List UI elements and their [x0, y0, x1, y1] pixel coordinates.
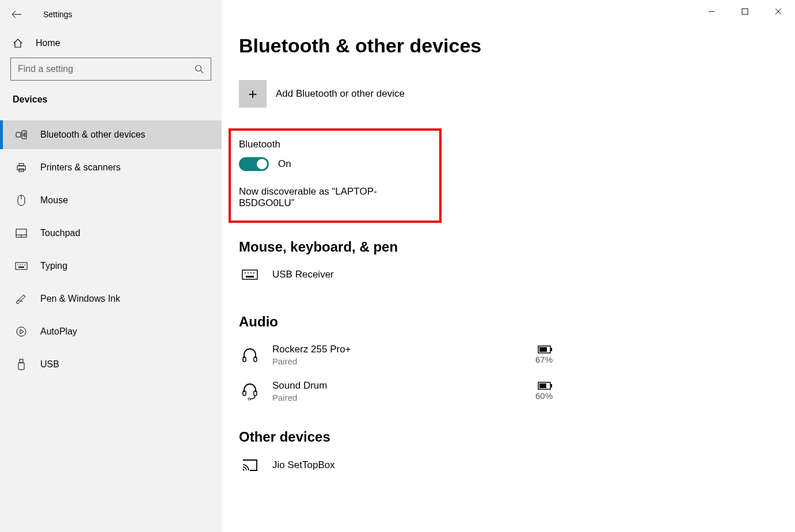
svg-rect-36	[539, 383, 546, 388]
bluetooth-label: Bluetooth	[239, 139, 431, 150]
home-nav[interactable]: Home	[0, 31, 222, 58]
sidebar-item-typing[interactable]: Typing	[0, 252, 222, 280]
device-name: Jio SetTopBox	[272, 459, 553, 471]
back-arrow-icon	[12, 10, 22, 18]
svg-point-23	[250, 272, 252, 273]
battery-indicator: 67%	[535, 345, 553, 364]
device-row[interactable]: USB Receiver	[239, 265, 553, 291]
svg-rect-4	[19, 164, 24, 166]
sidebar-item-label: USB	[40, 359, 59, 370]
maximize-button[interactable]	[728, 0, 762, 23]
svg-point-0	[196, 66, 201, 71]
svg-rect-16	[18, 267, 24, 268]
svg-rect-19	[18, 363, 24, 370]
bluetooth-devices-icon	[15, 130, 28, 140]
svg-point-13	[20, 264, 21, 265]
add-device-button[interactable]: + Add Bluetooth or other device	[239, 80, 772, 108]
cast-icon	[240, 459, 260, 472]
svg-point-21	[245, 272, 246, 273]
svg-point-33	[248, 398, 250, 400]
battery-percent: 60%	[535, 391, 553, 401]
category-other-title: Other devices	[239, 429, 772, 445]
battery-indicator: 60%	[535, 382, 553, 401]
usb-icon	[15, 359, 28, 370]
page-title: Bluetooth & other devices	[239, 35, 772, 57]
back-button[interactable]	[10, 8, 23, 21]
touchpad-icon	[15, 229, 28, 238]
svg-rect-20	[242, 270, 257, 279]
sidebar-item-label: Mouse	[40, 195, 68, 206]
device-name: Rockerz 255 Pro+	[272, 344, 535, 355]
plus-icon: +	[239, 80, 267, 108]
home-label: Home	[36, 38, 60, 48]
window-controls	[695, 0, 795, 23]
discoverable-text: Now discoverable as “LAPTOP-B5DGO0LU”	[239, 186, 431, 209]
device-name: Sound Drum	[272, 380, 535, 392]
headphones-icon	[240, 348, 260, 363]
sidebar-item-usb[interactable]: USB	[0, 350, 222, 379]
sidebar-item-autoplay[interactable]: AutoPlay	[0, 317, 222, 346]
device-status: Paired	[272, 356, 535, 366]
svg-point-12	[17, 264, 18, 265]
sidebar-item-label: Printers & scanners	[40, 162, 121, 173]
printer-icon	[15, 162, 28, 173]
sidebar-item-mouse[interactable]: Mouse	[0, 186, 222, 215]
category-mouse-kb-title: Mouse, keyboard, & pen	[239, 239, 772, 255]
sidebar-item-label: Touchpad	[40, 228, 80, 238]
keyboard-icon	[240, 269, 260, 280]
device-name: USB Receiver	[272, 269, 553, 280]
svg-rect-18	[20, 359, 23, 363]
home-icon	[13, 38, 24, 48]
category-audio-title: Audio	[239, 314, 772, 330]
minimize-button[interactable]	[695, 0, 728, 23]
sidebar-item-label: Pen & Windows Ink	[40, 294, 120, 304]
svg-rect-1	[16, 132, 21, 137]
svg-point-15	[24, 264, 25, 265]
svg-rect-25	[246, 276, 254, 278]
battery-icon	[538, 382, 553, 390]
svg-point-24	[253, 272, 254, 273]
svg-point-22	[248, 272, 249, 273]
bluetooth-section-highlight: Bluetooth On Now discoverable as “LAPTOP…	[229, 128, 442, 223]
section-heading: Devices	[0, 93, 222, 116]
svg-point-37	[243, 469, 245, 471]
nav-list: Bluetooth & other devices Printers & sca…	[0, 116, 222, 379]
svg-rect-35	[551, 384, 552, 387]
device-status: Paired	[272, 393, 535, 402]
window-title: Settings	[43, 10, 73, 19]
svg-rect-11	[16, 263, 27, 269]
sidebar-item-printers[interactable]: Printers & scanners	[0, 153, 222, 182]
sidebar: Settings Home Devices Bluetooth & other …	[0, 0, 222, 532]
sidebar-item-pen[interactable]: Pen & Windows Ink	[0, 284, 222, 313]
device-row[interactable]: Sound Drum Paired 60%	[239, 377, 553, 413]
search-icon	[195, 64, 204, 74]
device-row[interactable]: Jio SetTopBox	[239, 455, 553, 482]
sidebar-item-touchpad[interactable]: Touchpad	[0, 219, 222, 248]
sidebar-item-bluetooth[interactable]: Bluetooth & other devices	[0, 120, 222, 149]
main-content: Bluetooth & other devices + Add Bluetoot…	[222, 0, 795, 532]
bluetooth-toggle-row: On	[239, 157, 431, 171]
search-input[interactable]	[18, 64, 195, 74]
search-box[interactable]	[10, 58, 211, 81]
svg-rect-3	[17, 166, 25, 170]
headset-icon	[240, 383, 260, 400]
keyboard-icon	[15, 262, 28, 270]
bluetooth-toggle[interactable]	[239, 157, 269, 171]
battery-icon	[538, 345, 553, 354]
svg-rect-30	[539, 347, 547, 352]
add-device-label: Add Bluetooth or other device	[276, 88, 405, 100]
svg-rect-39	[742, 9, 748, 14]
battery-percent: 67%	[535, 355, 553, 364]
svg-point-17	[17, 327, 26, 336]
autoplay-icon	[15, 326, 28, 337]
pen-icon	[15, 294, 28, 304]
close-button[interactable]	[762, 0, 795, 23]
sidebar-item-label: AutoPlay	[40, 326, 77, 337]
sidebar-item-label: Bluetooth & other devices	[40, 130, 145, 140]
device-row[interactable]: Rockerz 255 Pro+ Paired 67%	[239, 340, 553, 377]
svg-point-14	[22, 264, 23, 265]
sidebar-item-label: Typing	[40, 261, 67, 271]
bluetooth-state: On	[278, 158, 291, 170]
svg-rect-29	[551, 348, 552, 351]
title-row: Settings	[0, 6, 222, 31]
